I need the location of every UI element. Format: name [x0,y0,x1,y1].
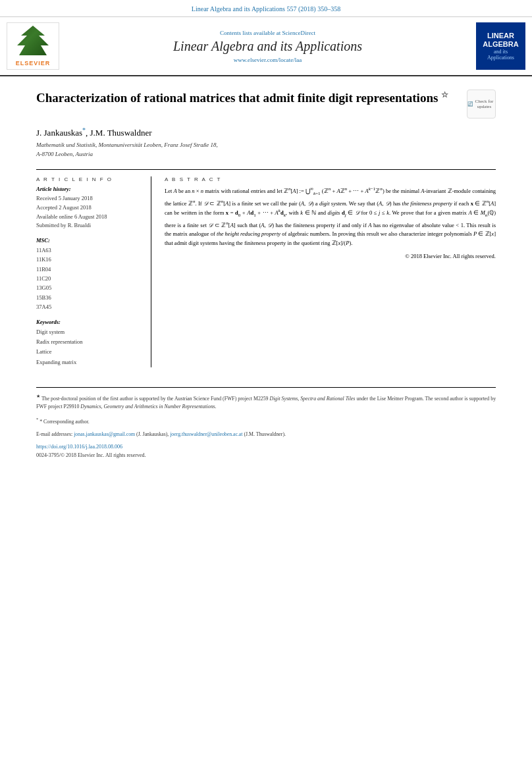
msc-37a45: 37A45 [36,302,144,311]
footnote-star-text: The post-doctoral position of the first … [36,396,496,409]
email1-link[interactable]: jonas.jankauskas@gmail.com [74,431,135,437]
elsevier-logo: ELSEVIER [7,22,59,70]
email2-name: (J.M. Thuswaldner). [244,431,286,437]
msc-15b36: 15B36 [36,293,144,302]
keyword-radix: Radix representation [36,337,144,347]
abstract-heading: A B S T R A C T [165,176,496,182]
check-updates-icon: 🔄 [467,101,473,107]
msc-13g05: 13G05 [36,283,144,292]
footnote-corresponding: * * Corresponding author. [36,416,496,426]
footnote-email: E-mail addresses: jonas.jankauskas@gmail… [36,431,496,438]
check-updates-badge[interactable]: 🔄 Check for updates [467,90,496,119]
tree-image [13,26,53,59]
journal-center-header: Contents lists available at ScienceDirec… [66,22,469,70]
doi-link[interactable]: https://doi.org/10.1016/j.laa.2018.08.00… [36,444,496,450]
keyword-lattice: Lattice [36,347,144,357]
history-accepted: Accepted 2 August 2018 [36,203,144,213]
logo-subtext: and its Applications [487,49,514,61]
contents-line: Contents lists available at ScienceDirec… [220,30,315,36]
msc-11r04: 11R04 [36,265,144,274]
email2-link[interactable]: joerg.thuswaldner@unileoben.ac.at [170,431,242,437]
top-bar: Linear Algebra and its Applications 557 … [0,0,532,17]
keywords-heading: Keywords: [36,319,144,325]
footer-area: ★ The post-doctoral position of the firs… [36,387,496,459]
history-submitted: Submitted by R. Brualdi [36,221,144,230]
journal-logo-right: LINEAR ALGEBRA and its Applications [476,22,525,70]
journal-header: ELSEVIER Contents lists available at Sci… [0,17,532,76]
journal-title-header: Linear Algebra and its Applications [173,39,362,54]
email-label: E-mail addresses: [36,431,72,437]
sciencedirect-link[interactable]: ScienceDirect [282,30,315,36]
abstract-body: Let A be an n × n matrix with rational e… [165,186,496,248]
two-column-section: A R T I C L E I N F O Article history: R… [36,169,496,367]
keyword-digit-system: Digit system [36,327,144,337]
msc-section: MSC: 11A63 11K16 11R04 11C20 13G05 15B36… [36,237,144,312]
elsevier-wordmark: ELSEVIER [16,60,51,66]
contents-text: Contents lists available at [220,30,280,36]
author1: J. Jankauskas [36,128,82,138]
keyword-expanding: Expanding matrix [36,357,144,367]
abstract-copyright: © 2018 Elsevier Inc. All rights reserved… [165,251,496,261]
history-available: Available online 6 August 2018 [36,213,144,222]
right-column: A B S T R A C T Let A be an n × n matrix… [165,176,496,367]
email1-name: (J. Jankauskas), [136,431,169,437]
msc-11a63: 11A63 [36,246,144,255]
left-column: A R T I C L E I N F O Article history: R… [36,176,151,367]
journal-url[interactable]: www.elsevier.com/locate/laa [234,57,302,63]
msc-heading: MSC: [36,237,144,244]
author1-star: * [82,126,86,134]
article-history: Article history: Received 5 January 2018… [36,186,144,230]
affiliation-line1: Mathematik und Statistik, Montanuniversi… [36,142,218,148]
copyright-line: 0024-3795/© 2018 Elsevier Inc. All right… [36,452,496,458]
paper-title-text: Characterization of rational matrices th… [36,91,438,105]
title-star: ☆ [441,90,448,99]
check-updates-label: Check for updates [473,99,495,110]
msc-11k16: 11K16 [36,255,144,264]
main-content: 🔄 Check for updates Characterization of … [0,76,532,471]
footnote-star: ★ The post-doctoral position of the firs… [36,393,496,411]
title-area: 🔄 Check for updates Characterization of … [36,90,496,119]
affiliation: Mathematik und Statistik, Montanuniversi… [36,141,496,159]
authors-line: J. Jankauskas*, J.M. Thuswaldner [36,126,496,138]
affiliation-line2: A-8700 Leoben, Austria [36,151,93,157]
article-info-heading: A R T I C L E I N F O [36,176,144,182]
corresponding-text: * Corresponding author. [40,418,90,424]
msc-11c20: 11C20 [36,274,144,283]
history-received: Received 5 January 2018 [36,194,144,203]
journal-reference-link[interactable]: Linear Algebra and its Applications 557 … [192,5,340,13]
keywords-section: Keywords: Digit system Radix representat… [36,319,144,367]
paper-title: Characterization of rational matrices th… [36,90,496,107]
author2: J.M. Thuswaldner [90,128,152,138]
abstract-text: Let A be an n × n matrix with rational e… [165,186,496,261]
history-heading: Article history: [36,186,144,192]
logo-text: LINEAR ALGEBRA [483,32,518,49]
